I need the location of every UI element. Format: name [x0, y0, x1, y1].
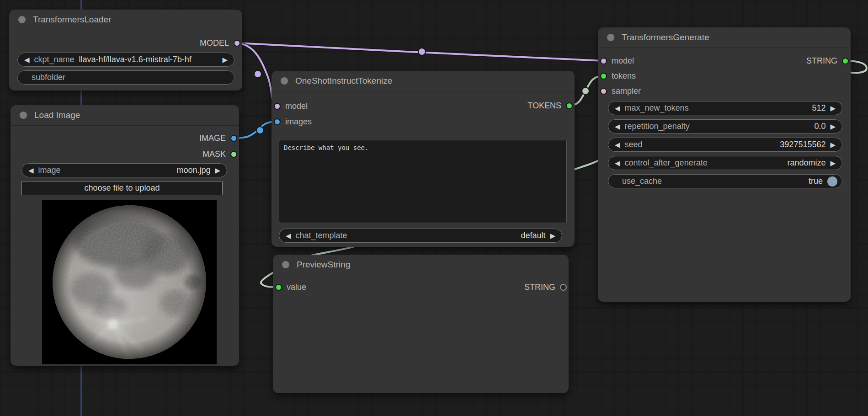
widget-label: seed	[625, 140, 643, 149]
node-title-bar[interactable]: PreviewString	[273, 255, 569, 275]
widget-label: max_new_tokens	[625, 103, 689, 113]
widget-label: repetition_penalty	[625, 122, 690, 131]
widget-label: use_cache	[622, 176, 662, 186]
toggle-knob-icon[interactable]	[827, 176, 837, 187]
node-title: PreviewString	[297, 260, 350, 270]
output-port-string[interactable]	[560, 284, 567, 291]
node-title: Load Image	[34, 110, 80, 120]
widget-use-cache-toggle[interactable]: use_cache true	[608, 174, 842, 188]
node-load-image[interactable]: Load Image IMAGE MASK ◀ image moon.jpg ▶…	[11, 105, 239, 366]
arrow-right-icon[interactable]: ▶	[222, 56, 228, 63]
output-label: STRING	[524, 283, 555, 292]
input-port-model[interactable]	[274, 103, 281, 110]
arrow-left-icon[interactable]: ◀	[24, 56, 30, 63]
output-port-string[interactable]	[842, 58, 849, 64]
node-title-bar[interactable]: TransformersLoader	[9, 10, 242, 30]
widget-value: true	[809, 176, 823, 186]
arrow-left-icon[interactable]: ◀	[286, 232, 291, 239]
node-transformers-loader[interactable]: TransformersLoader MODEL ◀ ckpt_name lla…	[9, 10, 242, 91]
widget-repetition-penalty[interactable]: ◀ repetition_penalty 0.0 ▶	[608, 119, 842, 133]
arrow-right-icon[interactable]: ▶	[550, 232, 555, 239]
collapse-dot-icon[interactable]	[607, 34, 614, 41]
arrow-right-icon[interactable]: ▶	[830, 105, 836, 112]
node-editor-canvas[interactable]: TransformersLoader MODEL ◀ ckpt_name lla…	[0, 0, 868, 416]
output-port-model[interactable]	[234, 40, 240, 47]
arrow-right-icon[interactable]: ▶	[215, 167, 220, 174]
input-label: model	[612, 56, 634, 66]
arrow-right-icon[interactable]: ▶	[830, 141, 836, 148]
arrow-left-icon[interactable]: ◀	[28, 167, 34, 174]
input-port-tokens[interactable]	[600, 73, 607, 80]
node-title: OneShotInstructTokenize	[295, 76, 392, 86]
widget-chat-template[interactable]: ◀ chat_template default ▶	[279, 229, 562, 243]
collapse-dot-icon[interactable]	[20, 112, 27, 119]
prompt-textarea[interactable]: Describe what you see.	[279, 140, 567, 223]
output-label: TOKENS	[527, 101, 561, 111]
button-label: choose file to upload	[84, 183, 160, 193]
arrow-left-icon[interactable]: ◀	[615, 105, 620, 112]
widget-value: 3927515562	[780, 140, 825, 149]
node-preview-string[interactable]: PreviewString value STRING	[273, 255, 569, 393]
widget-image[interactable]: ◀ image moon.jpg ▶	[21, 163, 227, 177]
widget-value: llava-hf/llava-v1.6-mistral-7b-hf	[79, 55, 192, 64]
node-title-bar[interactable]: OneShotInstructTokenize	[272, 71, 575, 91]
widget-label: ckpt_name	[34, 55, 75, 64]
widget-value: default	[521, 231, 545, 240]
widget-label: control_after_generate	[625, 158, 708, 168]
widget-value: moon.jpg	[176, 165, 210, 175]
input-port-images[interactable]	[274, 118, 281, 125]
input-label: images	[285, 117, 312, 127]
widget-control-after-generate[interactable]: ◀ control_after_generate randomize ▶	[608, 156, 842, 170]
node-title: TransformersLoader	[33, 15, 111, 25]
input-label: model	[285, 101, 308, 111]
widget-max-new-tokens[interactable]: ◀ max_new_tokens 512 ▶	[608, 101, 842, 115]
node-title: TransformersGenerate	[622, 32, 709, 43]
output-label: MASK	[202, 149, 226, 159]
node-title-bar[interactable]: TransformersGenerate	[598, 27, 851, 48]
node-title-bar[interactable]: Load Image	[11, 105, 239, 126]
widget-value: 0.0	[814, 122, 825, 131]
widget-label: subfolder	[32, 73, 65, 82]
input-label: sampler	[612, 86, 641, 96]
arrow-left-icon[interactable]: ◀	[615, 141, 620, 148]
arrow-left-icon[interactable]: ◀	[615, 160, 620, 166]
arrow-right-icon[interactable]: ▶	[830, 123, 836, 130]
widget-seed[interactable]: ◀ seed 3927515562 ▶	[608, 138, 842, 152]
widget-label: image	[38, 165, 61, 175]
input-label: value	[287, 283, 306, 292]
input-label: tokens	[612, 71, 636, 81]
widget-label: chat_template	[296, 231, 347, 240]
arrow-right-icon[interactable]: ▶	[830, 160, 836, 166]
collapse-dot-icon[interactable]	[18, 16, 26, 23]
widget-value: 512	[812, 103, 825, 113]
output-label: STRING	[806, 56, 837, 66]
output-port-image[interactable]	[230, 135, 237, 142]
node-transformers-generate[interactable]: TransformersGenerate model tokens sample…	[598, 27, 851, 302]
output-label: IMAGE	[199, 133, 226, 143]
collapse-dot-icon[interactable]	[281, 77, 288, 85]
widget-value: randomize	[787, 158, 825, 168]
output-port-tokens[interactable]	[566, 102, 573, 109]
widget-ckpt-name[interactable]: ◀ ckpt_name llava-hf/llava-v1.6-mistral-…	[17, 53, 234, 67]
moon-image	[42, 200, 217, 364]
wire-image-to-images	[234, 122, 277, 138]
wire-model-to-generate	[237, 43, 603, 61]
arrow-left-icon[interactable]: ◀	[615, 123, 620, 130]
input-port-model[interactable]	[600, 58, 607, 64]
output-port-mask[interactable]	[230, 151, 237, 158]
collapse-dot-icon[interactable]	[282, 261, 289, 268]
choose-file-button[interactable]: choose file to upload	[21, 181, 223, 195]
widget-subfolder[interactable]: subfolder	[17, 70, 234, 85]
node-one-shot-instruct-tokenize[interactable]: OneShotInstructTokenize model images TOK…	[272, 71, 575, 247]
input-port-sampler[interactable]	[600, 88, 607, 95]
wire-model-to-tokenize	[237, 43, 277, 106]
output-label: MODEL	[200, 38, 229, 48]
input-port-value[interactable]	[275, 284, 282, 291]
